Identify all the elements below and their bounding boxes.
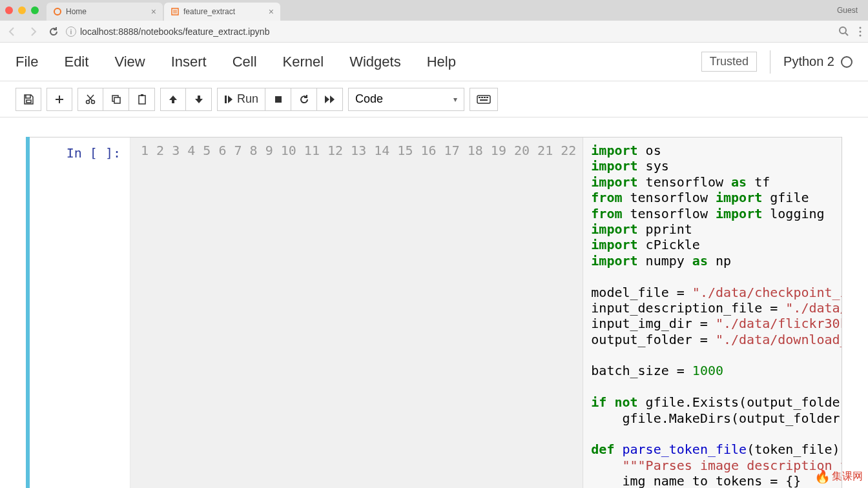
dropdown-caret-icon: ▾ — [453, 95, 457, 104]
jupyter-toolbar: Run Code ▾ — [0, 81, 868, 117]
interrupt-button[interactable] — [265, 88, 291, 111]
forward-icon[interactable] — [27, 26, 39, 37]
browser-tab-home[interactable]: Home × — [46, 3, 163, 21]
edit-group — [78, 88, 155, 111]
minimize-window-icon[interactable] — [18, 6, 26, 14]
watermark-text: 集课网 — [832, 470, 863, 483]
code-editor[interactable]: 1 2 3 4 5 6 7 8 9 10 11 12 13 14 15 16 1… — [130, 137, 842, 488]
reload-icon[interactable] — [48, 26, 59, 37]
guest-profile-label[interactable]: Guest — [837, 6, 863, 15]
maximize-window-icon[interactable] — [31, 6, 39, 14]
cut-button[interactable] — [78, 88, 103, 111]
restart-run-all-button[interactable] — [317, 88, 343, 111]
trusted-badge[interactable]: Trusted — [701, 52, 757, 72]
menu-kernel[interactable]: Kernel — [283, 54, 324, 70]
save-button[interactable] — [16, 88, 41, 111]
run-group: Run — [217, 88, 343, 111]
browser-tab-notebook[interactable]: feature_extract × — [164, 3, 280, 21]
svg-rect-19 — [141, 94, 143, 96]
browser-tab-strip: Home × feature_extract × Guest — [0, 0, 868, 21]
tab-title: Home — [66, 7, 87, 16]
cell-type-label: Code — [355, 92, 383, 106]
add-cell-button[interactable] — [46, 88, 72, 111]
copy-button[interactable] — [103, 88, 129, 111]
close-tab-icon[interactable]: × — [269, 6, 274, 17]
code-text[interactable]: import os import sys import tensorflow a… — [583, 137, 842, 488]
back-icon[interactable] — [6, 26, 18, 37]
watermark: 🔥 集课网 — [814, 469, 863, 484]
run-button[interactable]: Run — [217, 88, 265, 111]
svg-rect-24 — [481, 97, 483, 98]
tab-title: feature_extract — [183, 7, 235, 16]
run-label: Run — [237, 92, 258, 106]
jupyter-menu-bar: File Edit View Insert Cell Kernel Widget… — [0, 43, 868, 81]
svg-rect-23 — [479, 97, 480, 98]
svg-rect-20 — [225, 96, 227, 103]
input-prompt: In [ ]: — [26, 137, 130, 488]
url-field[interactable]: i localhost:8888/notebooks/feature_extra… — [66, 26, 269, 37]
svg-rect-21 — [275, 96, 282, 103]
menu-widgets[interactable]: Widgets — [349, 54, 400, 70]
url-text: localhost:8888/notebooks/feature_extract… — [80, 26, 269, 37]
svg-point-8 — [860, 30, 862, 32]
svg-line-6 — [845, 33, 848, 36]
svg-point-7 — [860, 26, 862, 28]
menu-divider — [770, 50, 770, 74]
window-controls — [5, 6, 39, 14]
menu-cell[interactable]: Cell — [232, 54, 257, 70]
svg-rect-27 — [480, 99, 488, 101]
menu-items: File Edit View Insert Cell Kernel Widget… — [16, 54, 456, 70]
browser-tabs: Home × feature_extract × — [46, 0, 837, 21]
svg-rect-26 — [486, 97, 488, 98]
addr-bar-right — [838, 26, 862, 37]
move-group — [160, 88, 212, 111]
nav-buttons — [6, 26, 59, 37]
menu-dots-icon[interactable] — [859, 26, 862, 37]
site-info-icon[interactable]: i — [66, 26, 76, 37]
zoom-icon[interactable] — [838, 26, 850, 37]
paste-button — [129, 88, 155, 111]
close-window-icon[interactable] — [5, 6, 13, 14]
svg-rect-17 — [114, 97, 120, 103]
move-down-button[interactable] — [186, 88, 212, 111]
notebook-area: In [ ]: 1 2 3 4 5 6 7 8 9 10 11 12 13 14… — [0, 117, 868, 488]
kernel-indicator[interactable]: Python 2 — [783, 54, 852, 69]
menu-file[interactable]: File — [16, 54, 38, 70]
menu-view[interactable]: View — [114, 54, 145, 70]
cell-type-select[interactable]: Code ▾ — [348, 88, 464, 111]
menu-insert[interactable]: Insert — [171, 54, 207, 70]
code-cell[interactable]: In [ ]: 1 2 3 4 5 6 7 8 9 10 11 12 13 14… — [26, 137, 842, 488]
svg-point-5 — [840, 27, 846, 34]
close-tab-icon[interactable]: × — [151, 6, 156, 17]
line-number-gutter: 1 2 3 4 5 6 7 8 9 10 11 12 13 14 15 16 1… — [130, 137, 583, 488]
command-palette-button[interactable] — [470, 88, 498, 111]
kernel-name: Python 2 — [783, 54, 834, 69]
menu-edit[interactable]: Edit — [64, 54, 88, 70]
svg-rect-25 — [484, 97, 486, 98]
svg-point-0 — [54, 8, 61, 15]
address-bar-row: i localhost:8888/notebooks/feature_extra… — [0, 21, 868, 43]
jupyter-container: File Edit View Insert Cell Kernel Widget… — [0, 43, 868, 488]
kernel-status-icon — [841, 56, 852, 68]
menu-help[interactable]: Help — [427, 54, 456, 70]
jupyter-favicon-icon — [53, 7, 62, 16]
svg-point-9 — [860, 34, 862, 36]
notebook-favicon-icon — [170, 7, 180, 16]
svg-rect-18 — [139, 96, 145, 104]
restart-button[interactable] — [291, 88, 317, 111]
flame-icon: 🔥 — [814, 469, 831, 484]
move-up-button[interactable] — [160, 88, 186, 111]
